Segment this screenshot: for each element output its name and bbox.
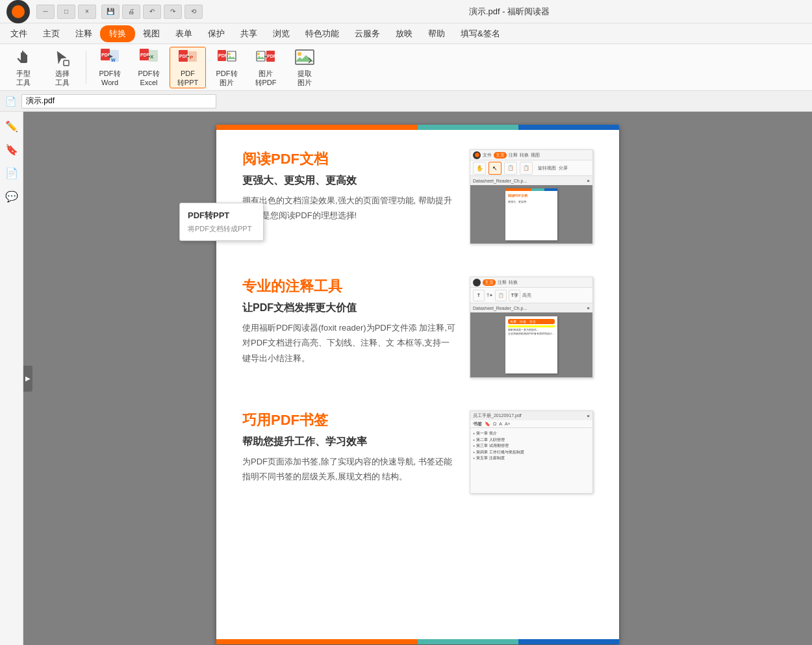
svg-point-18 <box>257 53 260 55</box>
tooltip-description: 将PDF文档转成PPT <box>180 224 263 236</box>
address-icon: 📄 <box>5 96 16 107</box>
sidebar-pages-icon[interactable]: 📄 <box>3 164 21 182</box>
extract-icon <box>294 47 315 68</box>
select-tool-button[interactable]: 选择工具 <box>44 47 81 88</box>
menu-form[interactable]: 表单 <box>168 25 200 42</box>
collapse-handle[interactable]: ▶ <box>23 366 32 392</box>
select-icon <box>52 47 73 68</box>
image-pdf-icon: PDF <box>255 47 276 68</box>
logo-circle <box>12 5 25 18</box>
menu-sign[interactable]: 填写&签名 <box>453 25 508 42</box>
menu-browse[interactable]: 浏览 <box>265 25 298 42</box>
section-3-title: 巧用PDF书签 <box>242 411 457 430</box>
pdf-top-bar <box>216 125 619 130</box>
pdf-word-label: PDF转Word <box>99 70 121 86</box>
menu-share[interactable]: 共享 <box>233 25 265 42</box>
hand-tool-label: 手型工具 <box>16 70 31 86</box>
toolbar: 手型工具 选择工具 PDF W PDF转Word <box>0 44 812 91</box>
hand-icon <box>13 47 34 68</box>
main-layout: ✏️ 🔖 📄 💬 ▶ 阅读PDF文档 更强大、更实用、更高效 拥 <box>0 112 812 645</box>
back-button[interactable]: ↶ <box>143 5 161 19</box>
pdf-ppt-icon: PDF P <box>177 47 198 68</box>
app-logo <box>6 0 30 23</box>
window-title: 演示.pdf - 福昕阅读器 <box>213 6 806 18</box>
forward-button[interactable]: ↷ <box>164 5 182 19</box>
print-button[interactable]: 🖨 <box>122 5 140 19</box>
image-to-pdf-button[interactable]: PDF 图片转PDF <box>247 47 284 88</box>
pdf-section-1: 阅读PDF文档 更强大、更实用、更高效 拥有出色的文档渲染效果,强大的页面管理功… <box>242 149 593 244</box>
pdf-excel-icon: PDF X <box>138 47 159 68</box>
image-pdf-label: 图片转PDF <box>255 70 277 86</box>
bottom-bar-teal <box>418 639 518 644</box>
menu-protect[interactable]: 保护 <box>200 25 233 42</box>
tooltip-title: PDF转PPT <box>180 207 263 224</box>
pdf-to-image-button[interactable]: PDF PDF转图片 <box>209 47 245 88</box>
sidebar-bookmark-icon[interactable]: 🔖 <box>3 140 21 158</box>
menu-cloud[interactable]: 云服务 <box>347 25 388 42</box>
section-1-title: 阅读PDF文档 <box>242 149 457 169</box>
bottom-bar-orange <box>216 639 418 644</box>
section-1-text: 拥有出色的文档渲染效果,强大的页面管理功能, 帮助提升效率,是您阅读PDF的理想… <box>242 193 457 223</box>
pdf-ppt-tooltip: PDF转PPT 将PDF文档转成PPT <box>179 203 264 241</box>
pdf-to-excel-button[interactable]: PDF X PDF转Excel <box>131 47 167 88</box>
save-button[interactable]: 💾 <box>101 5 120 19</box>
extract-image-label: 提取图片 <box>298 70 312 86</box>
toolbar-sep-1 <box>86 51 86 84</box>
section-3-subtitle: 帮助您提升工作、学习效率 <box>242 435 457 449</box>
sidebar-edit-icon[interactable]: ✏️ <box>3 117 21 135</box>
pdf-image-label: PDF转图片 <box>216 70 238 86</box>
svg-text:PDF: PDF <box>267 54 276 58</box>
window-controls[interactable]: ─ □ × <box>36 5 96 19</box>
svg-rect-15 <box>227 51 236 61</box>
address-bar: 📄 <box>0 91 812 112</box>
menu-convert[interactable]: 转换 <box>100 25 135 42</box>
pdf-word-icon: PDF W <box>99 47 120 68</box>
bar-teal <box>418 125 518 130</box>
svg-rect-0 <box>64 60 69 66</box>
section-2-subtitle: 让PDF文档发挥更大价值 <box>242 301 457 315</box>
left-sidebar: ✏️ 🔖 📄 💬 <box>0 112 23 645</box>
section-1-subtitle: 更强大、更实用、更高效 <box>242 174 457 188</box>
menu-present[interactable]: 放映 <box>388 25 420 42</box>
bar-blue <box>518 125 619 130</box>
menu-bar: 文件 主页 注释 转换 视图 表单 保护 共享 浏览 特色功能 云服务 放映 帮… <box>0 23 812 44</box>
pdf-excel-label: PDF转Excel <box>138 70 160 86</box>
section-3-text: 为PDF页面添加书签,除了实现内容的快速导航, 书签还能指明不同书签的层级关系,… <box>242 454 457 485</box>
address-input[interactable] <box>21 94 216 108</box>
svg-rect-17 <box>257 51 265 61</box>
pdf-content: 阅读PDF文档 更强大、更实用、更高效 拥有出色的文档渲染效果,强大的页面管理功… <box>216 130 619 546</box>
svg-point-22 <box>298 52 301 56</box>
svg-text:PDF: PDF <box>218 53 228 58</box>
svg-point-16 <box>228 53 231 55</box>
pdf-to-ppt-button[interactable]: PDF P PDF转PPT <box>170 47 206 88</box>
undo-button[interactable]: ⟲ <box>184 5 203 19</box>
svg-text:X: X <box>150 54 154 60</box>
pdf-ppt-label: PDF转PPT <box>177 70 198 86</box>
sidebar-comment-icon[interactable]: 💬 <box>3 187 21 205</box>
hand-tool-button[interactable]: 手型工具 <box>5 47 42 88</box>
pdf-page: 阅读PDF文档 更强大、更实用、更高效 拥有出色的文档渲染效果,强大的页面管理功… <box>216 125 619 644</box>
bottom-bar-blue <box>518 639 619 644</box>
svg-rect-4 <box>110 50 119 62</box>
menu-features[interactable]: 特色功能 <box>298 25 347 42</box>
menu-help[interactable]: 帮助 <box>420 25 453 42</box>
menu-file[interactable]: 文件 <box>3 25 35 42</box>
extract-image-button[interactable]: 提取图片 <box>286 47 323 88</box>
title-bar: ─ □ × 💾 🖨 ↶ ↷ ⟲ 演示.pdf - 福昕阅读器 <box>0 0 812 23</box>
section-2-text: 使用福昕PDF阅读器(foxit reader)为PDF文件添 加注释,可对PD… <box>242 320 457 366</box>
bar-orange <box>216 125 418 130</box>
svg-text:P: P <box>190 55 194 60</box>
minimize-button[interactable]: ─ <box>36 5 55 19</box>
menu-annotation[interactable]: 注释 <box>68 25 100 42</box>
maximize-button[interactable]: □ <box>57 5 75 19</box>
close-button[interactable]: × <box>78 5 96 19</box>
pdf-image-icon: PDF <box>216 47 237 68</box>
menu-view[interactable]: 视图 <box>135 25 168 42</box>
pdf-to-word-button[interactable]: PDF W PDF转Word <box>92 47 128 88</box>
menu-home[interactable]: 主页 <box>35 25 68 42</box>
pdf-area: ▶ 阅读PDF文档 更强大、更实用、更高效 拥有出色的文档渲染效果,强大的页面管… <box>23 112 812 645</box>
pdf-section-3: 巧用PDF书签 帮助您提升工作、学习效率 为PDF页面添加书签,除了实现内容的快… <box>242 411 593 494</box>
select-tool-label: 选择工具 <box>55 70 70 86</box>
pdf-section-2: 专业的注释工具 让PDF文档发挥更大价值 使用福昕PDF阅读器(foxit re… <box>242 277 593 378</box>
section-2-title: 专业的注释工具 <box>242 277 457 296</box>
